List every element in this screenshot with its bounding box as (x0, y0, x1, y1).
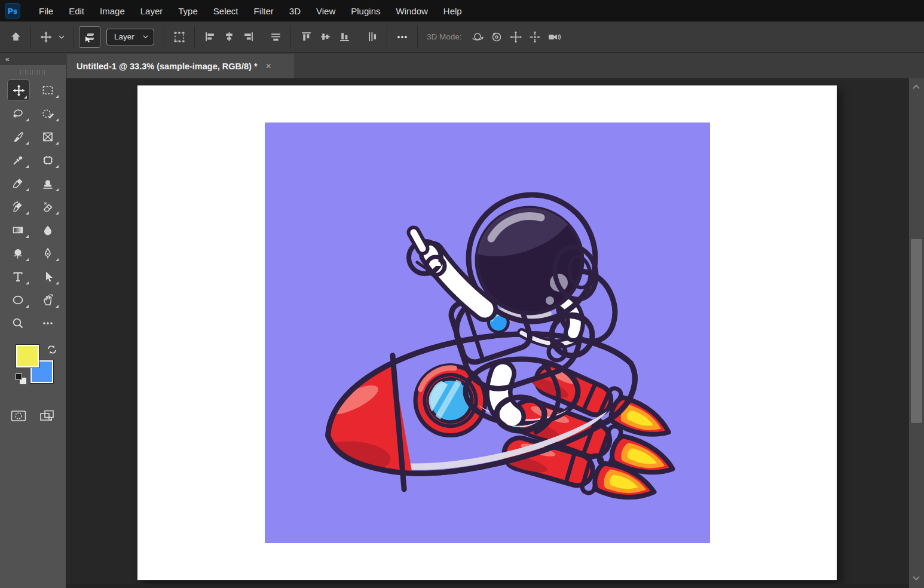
menu-plugins[interactable]: Plugins (343, 0, 388, 22)
home-icon (10, 31, 22, 42)
pen-tool[interactable] (33, 243, 63, 264)
more-align-options-button[interactable] (393, 26, 412, 48)
rectangular-marquee-tool[interactable] (33, 79, 63, 101)
menu-select[interactable]: Select (206, 0, 246, 22)
align-left-edges-icon (204, 31, 216, 42)
lasso-tool[interactable] (3, 103, 33, 124)
path-selection-tool[interactable] (33, 266, 63, 287)
menu-window[interactable]: Window (388, 0, 435, 22)
align-right-button[interactable] (238, 26, 258, 48)
ellipse-shape-tool[interactable] (3, 289, 33, 311)
object-selection-icon (41, 107, 54, 120)
scroll-up-icon[interactable] (912, 84, 920, 90)
align-right-edges-icon (243, 31, 254, 42)
hand-icon (41, 293, 54, 307)
transform-controls-icon (173, 30, 186, 44)
toolbar-grip-handle[interactable] (20, 70, 45, 75)
align-bottom-button[interactable] (335, 26, 354, 48)
frame-tool[interactable] (33, 126, 63, 148)
3d-slide-button[interactable] (525, 26, 544, 48)
horizontal-scroll-strip[interactable] (66, 584, 909, 588)
camera-3d-icon (547, 30, 561, 44)
swap-colors-icon[interactable] (46, 344, 58, 356)
align-middle-button[interactable] (316, 26, 335, 48)
3d-roll-button[interactable] (487, 26, 506, 48)
dodge-tool[interactable] (3, 243, 33, 264)
history-brush-tool[interactable] (3, 196, 33, 218)
menu-layer[interactable]: Layer (133, 0, 171, 22)
document-tab[interactable]: Untitled-1 @ 33.3% (sample-image, RGB/8)… (67, 54, 294, 78)
default-colors-button[interactable] (16, 373, 26, 384)
collapse-icon: « (5, 55, 10, 63)
eraser-icon (41, 200, 54, 213)
auto-select-target-dropdown[interactable]: Layer (106, 29, 154, 45)
scroll-down-icon[interactable] (912, 575, 920, 581)
align-top-button[interactable] (296, 26, 316, 48)
3d-pan-button[interactable] (506, 26, 525, 48)
move-icon (40, 31, 52, 43)
align-left-button[interactable] (200, 26, 219, 48)
menu-3d[interactable]: 3D (282, 0, 308, 22)
3d-camera-button[interactable] (544, 26, 564, 48)
tab-close-icon[interactable]: × (264, 60, 274, 72)
foreground-color-swatch[interactable] (16, 345, 39, 368)
brush-icon (11, 177, 25, 190)
patch-tool[interactable] (33, 149, 63, 171)
align-horizontal-centers-icon (224, 31, 235, 42)
menu-image[interactable]: Image (92, 0, 133, 22)
toolbar-collapse-button[interactable]: « (0, 53, 66, 65)
separator (387, 26, 387, 48)
zoom-icon (11, 317, 25, 330)
scrollbar-thumb[interactable] (911, 239, 922, 423)
edit-toolbar-button[interactable] (33, 313, 63, 334)
eraser-tool[interactable] (33, 196, 63, 218)
gradient-tool[interactable] (3, 219, 33, 241)
canvas-area[interactable] (66, 78, 909, 588)
document-canvas[interactable] (137, 85, 837, 580)
eyedropper-tool[interactable] (3, 149, 33, 171)
3d-orbit-button[interactable] (468, 26, 487, 48)
screen-mode-button[interactable] (38, 408, 56, 424)
auto-select-toggle[interactable] (79, 26, 100, 48)
photoshop-logo-icon[interactable]: Ps (5, 3, 20, 19)
auto-select-target-value: Layer (114, 32, 134, 41)
object-selection-tool[interactable] (33, 103, 63, 124)
type-tool[interactable] (3, 266, 33, 287)
tool-options-bar: Layer (0, 22, 924, 53)
tool-preset-button[interactable] (36, 26, 56, 48)
distribute-vertical-button[interactable] (362, 26, 381, 48)
astronaut-rocket-illustration (265, 122, 710, 543)
tool-preset-chevron[interactable] (56, 26, 68, 48)
brush-tool[interactable] (3, 173, 33, 194)
vertical-scrollbar[interactable] (909, 78, 924, 588)
chevron-down-icon (58, 33, 65, 41)
menu-filter[interactable]: Filter (246, 0, 282, 22)
move-tool[interactable] (7, 79, 30, 101)
align-top-edges-icon (301, 31, 312, 42)
menu-view[interactable]: View (308, 0, 343, 22)
align-bottom-edges-icon (339, 31, 350, 42)
menu-file[interactable]: File (31, 0, 61, 22)
home-button[interactable] (6, 26, 25, 48)
show-transform-controls-toggle[interactable] (170, 26, 189, 48)
zoom-tool[interactable] (3, 313, 33, 334)
menu-help[interactable]: Help (436, 0, 470, 22)
pan-3d-icon (509, 30, 523, 44)
clone-stamp-tool[interactable] (33, 173, 63, 194)
menu-type[interactable]: Type (170, 0, 206, 22)
menu-edit[interactable]: Edit (61, 0, 92, 22)
auto-select-layers-icon (83, 30, 96, 44)
blur-tool[interactable] (33, 219, 63, 241)
distribute-horizontal-button[interactable] (266, 26, 285, 48)
remove-brush-icon (11, 130, 25, 143)
quick-mask-button[interactable] (10, 408, 27, 424)
hand-tool[interactable] (33, 289, 63, 311)
align-center-h-button[interactable] (219, 26, 238, 48)
ellipse-icon (11, 293, 25, 307)
remove-brush-tool[interactable] (3, 126, 33, 148)
align-vertical-centers-icon (320, 31, 331, 42)
orbit-3d-icon (470, 30, 485, 44)
separator (290, 26, 291, 48)
document-tab-bar: Untitled-1 @ 33.3% (sample-image, RGB/8)… (66, 53, 924, 78)
separator (417, 26, 418, 48)
